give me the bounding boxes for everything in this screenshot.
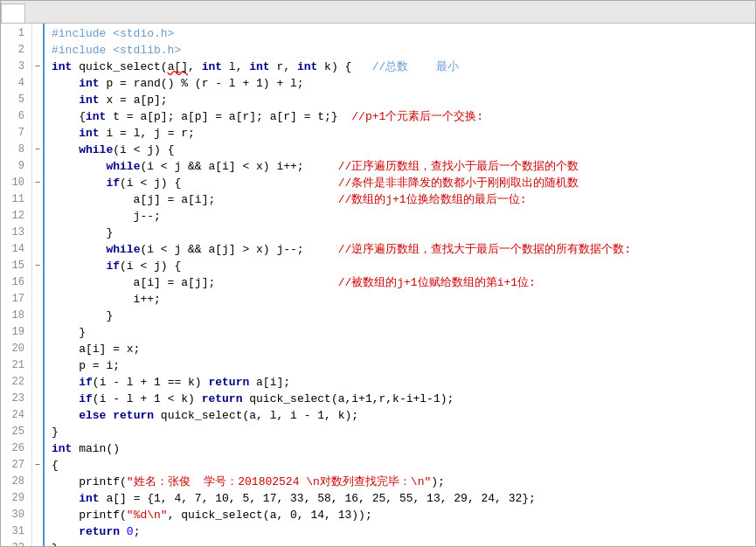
line-number-25: 25 [8,424,24,440]
code-line-31: return 0; [52,523,755,540]
line-number-18: 18 [8,308,24,324]
code-content[interactable]: #include <stdio.h>#include <stdlib.h>int… [45,24,755,546]
fold-marker-16 [32,274,43,291]
fold-marker-9 [32,158,43,175]
line-numbers: 1234567891011121314151617181920212223242… [1,24,32,546]
fold-marker-31 [32,523,43,540]
line-number-30: 30 [8,507,24,523]
line-number-11: 11 [8,191,24,208]
code-line-30: printf("%d\n", quick_select(a, 0, 14, 13… [52,507,755,523]
code-line-26: int main() [52,440,755,457]
line-number-16: 16 [8,274,24,291]
fold-marker-25 [32,424,43,440]
fold-marker-29 [32,490,43,507]
line-number-19: 19 [8,324,24,341]
code-line-29: int a[] = {1, 4, 7, 10, 5, 17, 33, 58, 1… [52,490,755,507]
line-number-26: 26 [8,440,24,457]
fold-marker-17 [32,291,43,308]
code-line-13: } [52,225,755,241]
line-number-13: 13 [8,225,24,241]
code-line-14: while(i < j && a[j] > x) j--; //逆序遍历数组，查… [52,241,755,258]
code-line-27: { [52,457,755,474]
fold-marker-24 [32,407,43,424]
code-line-2: #include <stdlib.h> [52,42,755,59]
fold-marker-27[interactable]: − [32,457,43,474]
line-number-3: 3 [8,59,24,75]
line-number-23: 23 [8,391,24,407]
line-number-10: 10 [8,175,24,191]
line-number-28: 28 [8,474,24,490]
line-number-14: 14 [8,241,24,258]
line-number-12: 12 [8,208,24,225]
line-number-1: 1 [8,25,24,42]
code-line-32: } [52,540,755,546]
editor-window: 1234567891011121314151617181920212223242… [0,0,756,547]
code-line-22: if(i - l + 1 == k) return a[i]; [52,374,755,391]
code-line-21: p = i; [52,357,755,374]
code-line-24: else return quick_select(a, l, i - 1, k)… [52,407,755,424]
fold-marker-23 [32,391,43,407]
code-line-20: a[i] = x; [52,341,755,357]
code-line-8: while(i < j) { [52,142,755,158]
fold-marker-19 [32,324,43,341]
fold-marker-22 [32,374,43,391]
line-number-27: 27 [8,457,24,474]
line-number-21: 21 [8,357,24,374]
line-number-31: 31 [8,523,24,540]
fold-marker-7 [32,125,43,142]
fold-marker-2 [32,42,43,59]
tab-main-c[interactable] [1,3,25,23]
fold-marker-18 [32,308,43,324]
line-number-29: 29 [8,490,24,507]
line-number-5: 5 [8,92,24,108]
code-line-18: } [52,308,755,324]
fold-marker-4 [32,75,43,92]
code-line-10: if(i < j) { //条件是非非降发的数都小于刚刚取出的随机数 [52,175,755,191]
line-number-9: 9 [8,158,24,175]
line-number-22: 22 [8,374,24,391]
line-number-8: 8 [8,142,24,158]
code-line-9: while(i < j && a[i] < x) i++; //正序遍历数组，查… [52,158,755,175]
code-area: 1234567891011121314151617181920212223242… [1,24,755,546]
line-number-4: 4 [8,75,24,92]
fold-marker-10[interactable]: − [32,175,43,191]
code-line-25: } [52,424,755,440]
fold-marker-21 [32,357,43,374]
line-number-20: 20 [8,341,24,357]
fold-marker-14 [32,241,43,258]
code-line-5: int x = a[p]; [52,92,755,108]
fold-marker-3[interactable]: − [32,59,43,75]
line-number-7: 7 [8,125,24,142]
line-number-6: 6 [8,108,24,125]
fold-marker-26 [32,440,43,457]
fold-marker-8[interactable]: − [32,142,43,158]
fold-marker-32 [32,540,43,546]
code-line-28: printf("姓名：张俊 学号：201802524 \n对数列查找完毕：\n"… [52,474,755,490]
code-line-12: j--; [52,208,755,225]
code-line-11: a[j] = a[i]; //数组的j+1位换给数组的最后一位: [52,191,755,208]
code-line-15: if(i < j) { [52,258,755,274]
code-line-23: if(i - l + 1 < k) return quick_select(a,… [52,391,755,407]
code-line-19: } [52,324,755,341]
tab-bar [1,1,755,24]
fold-marker-1 [32,25,43,42]
fold-marker-28 [32,474,43,490]
code-line-7: int i = l, j = r; [52,125,755,142]
code-line-4: int p = rand() % (r - l + 1) + l; [52,75,755,92]
code-line-1: #include <stdio.h> [52,25,755,42]
code-line-6: {int t = a[p]; a[p] = a[r]; a[r] = t;} /… [52,108,755,125]
fold-marker-20 [32,341,43,357]
line-number-32: 32 [8,540,24,546]
fold-marker-5 [32,92,43,108]
fold-marker-30 [32,507,43,523]
line-number-17: 17 [8,291,24,308]
code-line-3: int quick_select(a[], int l, int r, int … [52,59,755,75]
fold-marker-15[interactable]: − [32,258,43,274]
line-number-2: 2 [8,42,24,59]
fold-marker-12 [32,208,43,225]
fold-gutter: − − − − − [32,24,45,546]
code-line-17: i++; [52,291,755,308]
code-line-16: a[i] = a[j]; //被数组的j+1位赋给数组的第i+1位: [52,274,755,291]
fold-marker-11 [32,191,43,208]
fold-marker-13 [32,225,43,241]
